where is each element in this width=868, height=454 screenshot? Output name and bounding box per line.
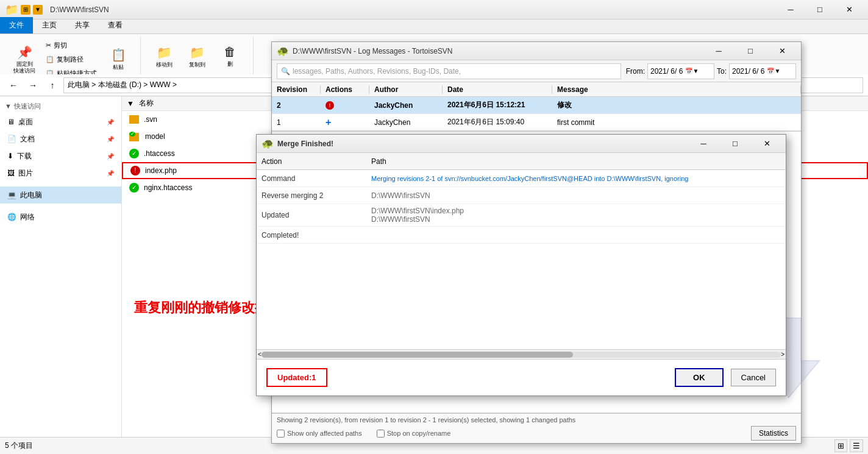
explorer-title: D:\WWW\firstSVN bbox=[50, 5, 109, 14]
horizontal-scrollbar[interactable]: < > bbox=[257, 349, 786, 359]
row2-date: 2021年6月6日 15:12:21 bbox=[443, 100, 552, 110]
copy-button[interactable]: 📋复制路径 bbox=[40, 53, 102, 66]
stop-copy-checkbox[interactable] bbox=[377, 430, 385, 438]
row1-message: first commit bbox=[552, 118, 801, 127]
merge-col-action: Action bbox=[261, 157, 371, 166]
sidebar-section-quickaccess: ▼快速访问 🖥桌面 📌 📄文档 📌 ⬇下载 📌 🖼图片 📌 bbox=[0, 96, 121, 184]
forward-button[interactable]: → bbox=[24, 77, 41, 94]
pin-quickaccess-button[interactable]: 📌 固定到快速访问 bbox=[10, 43, 39, 77]
row2-message: 修改 bbox=[552, 100, 801, 110]
merge-rows: Command Merging revisions 2-1 of svn://s… bbox=[257, 170, 786, 349]
cut-button[interactable]: ✂剪切 bbox=[40, 39, 102, 52]
log-bottom-bar: Showing 2 revision(s), from revision 1 t… bbox=[272, 413, 801, 443]
merge-row-command: Command Merging revisions 2-1 of svn://s… bbox=[257, 170, 786, 187]
reversemerge-label: Reverse merging 2 bbox=[261, 191, 371, 200]
checkbox-stop-copy[interactable]: Stop on copy/rename bbox=[377, 430, 451, 438]
log-minimize-button[interactable]: ─ bbox=[705, 43, 733, 60]
paste-button[interactable]: 📋 粘贴 bbox=[104, 43, 133, 77]
col-author: Author bbox=[369, 85, 443, 94]
sidebar-item-downloads[interactable]: ⬇下载 📌 bbox=[0, 147, 121, 165]
copy-to-button[interactable]: 📁 复制到 bbox=[181, 41, 213, 73]
cancel-button[interactable]: Cancel bbox=[731, 369, 776, 386]
statistics-button[interactable]: Statistics bbox=[751, 426, 796, 441]
log-from-date[interactable]: 2021/ 6/ 6 📅▼ bbox=[647, 63, 714, 79]
close-button[interactable]: ✕ bbox=[835, 1, 863, 18]
log-bottom-controls: Show only affected paths Stop on copy/re… bbox=[277, 426, 796, 441]
tab-view[interactable]: 查看 bbox=[99, 17, 132, 34]
delete-button[interactable]: 🗑 删 bbox=[214, 41, 246, 73]
log-search-placeholder: lessages, Paths, Authors, Revisions, Bug… bbox=[293, 67, 461, 76]
updated-value: D:\WWW\firstSVN\index.php D:\WWW\firstSV… bbox=[371, 207, 781, 224]
to-label: To: bbox=[717, 67, 727, 76]
affected-paths-checkbox[interactable] bbox=[277, 430, 285, 438]
quickaccess-header: ▼快速访问 bbox=[0, 99, 121, 113]
row1-revision: 1 bbox=[272, 118, 321, 127]
log-to-date[interactable]: 2021/ 6/ 6 📅▼ bbox=[729, 63, 796, 79]
log-footer-text: Showing 2 revision(s), from revision 1 t… bbox=[277, 416, 796, 424]
stop-copy-label: Stop on copy/rename bbox=[387, 430, 451, 437]
log-row-2[interactable]: 2 ! JackyChen 2021年6月6日 15:12:21 修改 bbox=[272, 97, 801, 114]
log-window-title: D:\WWW\firstSVN - Log Messages - Tortois… bbox=[293, 47, 701, 55]
maximize-button[interactable]: □ bbox=[806, 1, 834, 18]
updated-badge: Updated:1 bbox=[266, 368, 327, 387]
sidebar-item-network[interactable]: 🌐网络 bbox=[0, 208, 121, 225]
view-details[interactable]: ☰ bbox=[850, 439, 863, 452]
tab-home[interactable]: 主页 bbox=[33, 17, 66, 34]
scroll-left-button[interactable]: < bbox=[258, 351, 261, 358]
tab-share[interactable]: 共享 bbox=[66, 17, 99, 34]
log-search-bar: 🔍 lessages, Paths, Authors, Revisions, B… bbox=[272, 60, 801, 82]
scrollbar-thumb[interactable] bbox=[261, 352, 573, 358]
sidebar-item-documents[interactable]: 📄文档 📌 bbox=[0, 130, 121, 147]
merge-minimize-button[interactable]: ─ bbox=[689, 135, 717, 152]
merge-row-reversemerge: Reverse merging 2 D:\WWW\firstSVN bbox=[257, 187, 786, 204]
merge-row-completed: Completed! bbox=[257, 227, 786, 244]
sidebar-section-network: 🌐网络 bbox=[0, 206, 121, 228]
merge-table-header: Action Path bbox=[257, 153, 786, 170]
merge-maximize-button[interactable]: □ bbox=[721, 135, 749, 152]
merge-footer: Updated:1 OK Cancel bbox=[257, 359, 786, 395]
ok-button[interactable]: OK bbox=[675, 368, 724, 387]
row1-author: JackyChen bbox=[369, 118, 443, 127]
log-title-bar: 🐢 D:\WWW\firstSVN - Log Messages - Torto… bbox=[272, 42, 801, 60]
nav-path-text: 此电脑 > 本地磁盘 (D:) > WWW > bbox=[68, 80, 177, 90]
merge-close-button[interactable]: ✕ bbox=[753, 135, 781, 152]
sidebar-section-thispc: 💻此电脑 bbox=[0, 184, 121, 206]
checkbox-affected-paths[interactable]: Show only affected paths bbox=[277, 430, 362, 438]
move-to-button[interactable]: 📁 移动到 bbox=[148, 41, 180, 73]
updated-label: Updated bbox=[261, 211, 371, 219]
log-row-1[interactable]: 1 + JackyChen 2021年6月6日 15:09:40 first c… bbox=[272, 114, 801, 131]
log-close-button[interactable]: ✕ bbox=[768, 43, 796, 60]
reversemerge-value: D:\WWW\firstSVN bbox=[371, 191, 781, 200]
up-button[interactable]: ↑ bbox=[44, 77, 61, 94]
sidebar-item-desktop[interactable]: 🖥桌面 📌 bbox=[0, 113, 121, 130]
scrollbar-track[interactable] bbox=[261, 352, 781, 358]
scroll-right-button[interactable]: > bbox=[781, 351, 784, 358]
sidebar: ▼快速访问 🖥桌面 📌 📄文档 📌 ⬇下载 📌 🖼图片 📌 bbox=[0, 96, 122, 437]
log-table: Revision Actions Author Date Message 2 !… bbox=[272, 82, 801, 132]
view-large-icons[interactable]: ⊞ bbox=[834, 439, 847, 452]
log-table-header: Revision Actions Author Date Message bbox=[272, 82, 801, 97]
log-from-to: From: 2021/ 6/ 6 📅▼ To: 2021/ 6/ 6 📅▼ bbox=[626, 63, 796, 79]
merge-col-path: Path bbox=[371, 157, 781, 166]
col-actions: Actions bbox=[321, 85, 369, 94]
affected-paths-label: Show only affected paths bbox=[287, 430, 362, 437]
ribbon-tabs: 文件 主页 共享 查看 ? bbox=[0, 20, 868, 34]
row2-actions: ! bbox=[321, 101, 369, 110]
sidebar-item-pictures[interactable]: 🖼图片 📌 bbox=[0, 165, 121, 182]
tab-file[interactable]: 文件 bbox=[0, 17, 33, 34]
col-revision: Revision bbox=[272, 85, 321, 94]
back-button[interactable]: ← bbox=[5, 77, 22, 94]
minimize-button[interactable]: ─ bbox=[777, 1, 805, 18]
row2-author: JackyChen bbox=[369, 101, 443, 110]
merge-row-updated: Updated D:\WWW\firstSVN\index.php D:\WWW… bbox=[257, 204, 786, 227]
log-maximize-button[interactable]: □ bbox=[736, 43, 764, 60]
log-search-input[interactable]: 🔍 lessages, Paths, Authors, Revisions, B… bbox=[277, 63, 621, 79]
command-value: Merging revisions 2-1 of svn://svnbucket… bbox=[371, 175, 781, 182]
row2-revision: 2 bbox=[272, 101, 321, 110]
merge-content: Action Path Command Merging revisions 2-… bbox=[257, 153, 786, 359]
merge-title-bar: 🐢 Merge Finished! ─ □ ✕ bbox=[257, 135, 786, 153]
sidebar-item-thispc[interactable]: 💻此电脑 bbox=[0, 186, 121, 204]
row1-actions: + bbox=[321, 117, 369, 128]
command-label: Command bbox=[261, 174, 371, 183]
row1-date: 2021年6月6日 15:09:40 bbox=[443, 117, 552, 127]
